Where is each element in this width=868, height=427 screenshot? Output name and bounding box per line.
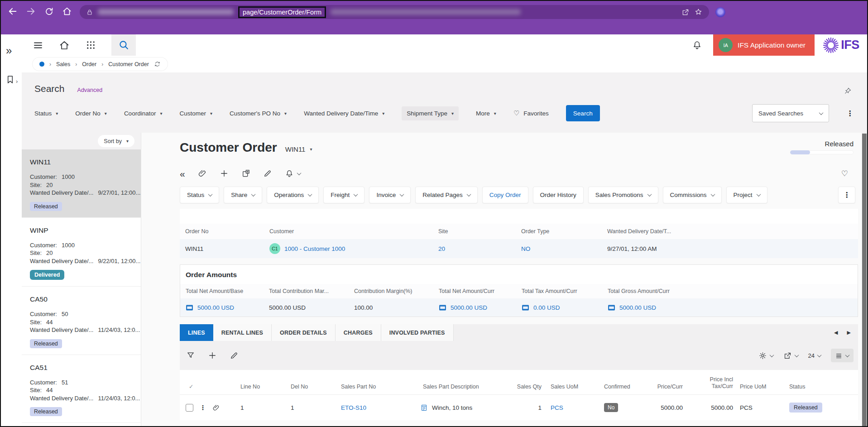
global-search-icon[interactable]: [111, 34, 136, 56]
filter-more[interactable]: More▾: [476, 110, 496, 117]
operations-button[interactable]: Operations: [267, 187, 319, 203]
browser-extension-icon[interactable]: [715, 7, 725, 17]
collapse-selector-icon[interactable]: «: [180, 169, 185, 178]
browser-home-icon[interactable]: [62, 6, 72, 17]
saved-searches-select[interactable]: Saved Searches: [752, 104, 829, 122]
scrollbar-thumb[interactable]: [862, 134, 867, 426]
new-record-plus-icon[interactable]: [220, 169, 229, 178]
related-pages-button[interactable]: Related Pages: [415, 187, 478, 203]
user-name: IFS Application owner: [738, 41, 806, 49]
attachments-paperclip-icon[interactable]: [198, 169, 207, 178]
favorites-button[interactable]: ♡Favorites: [513, 109, 549, 117]
vertical-scrollbar[interactable]: [862, 133, 867, 426]
notify-bell-dropdown[interactable]: [285, 169, 301, 178]
order-type-link[interactable]: NO: [521, 245, 607, 252]
app-header: IA IFS Application owner: [1, 34, 867, 56]
customer-link[interactable]: 1000 - Customer 1000: [284, 245, 345, 252]
commissions-button[interactable]: Commissions: [663, 187, 722, 203]
table-export[interactable]: [783, 351, 798, 360]
status-button[interactable]: Status: [180, 187, 219, 203]
duplicate-record-icon[interactable]: [241, 169, 250, 178]
tab-order-details[interactable]: ORDER DETAILS: [272, 324, 336, 341]
page-title: Customer Order: [180, 140, 277, 155]
bookmark-icon[interactable]: [5, 74, 15, 85]
favorite-heart-icon[interactable]: ♡: [841, 169, 848, 178]
filter-wanted-delivery-date[interactable]: Wanted Delivery Date/Time▾: [304, 110, 384, 117]
table-row[interactable]: ⋮ 1 1 ETO-S10 Winch, 10 tons 1 PCS No: [180, 395, 858, 420]
add-line-plus-icon[interactable]: [208, 351, 217, 360]
list-item-ca51[interactable]: CA51 Customer:51 Site:44 Wanted Delivery…: [21, 355, 141, 423]
share-button[interactable]: Share: [224, 187, 262, 203]
list-item-ca50[interactable]: CA50 Customer:50 Site:44 Wanted Delivery…: [21, 287, 141, 355]
tabs-scroll-left-icon[interactable]: ◀: [834, 330, 838, 336]
list-item-winp[interactable]: WINP Customer:1000 Site:20 Wanted Delive…: [21, 218, 141, 287]
filter-shipment-type[interactable]: Shipment Type▾: [402, 106, 459, 120]
breadcrumb-refresh-icon[interactable]: [154, 61, 161, 67]
chevron-down-icon: [710, 192, 715, 197]
cell-sales-part-no[interactable]: ETO-S10: [338, 404, 420, 411]
copy-order-button[interactable]: Copy Order: [482, 187, 528, 203]
tab-charges[interactable]: CHARGES: [336, 324, 381, 341]
select-all-check-icon[interactable]: ✓: [180, 383, 238, 390]
chevron-down-icon: [466, 192, 471, 197]
more-actions-kebab[interactable]: ⋮: [838, 187, 855, 203]
view-mode-toggle[interactable]: [831, 349, 854, 362]
breadcrumb-item-sales[interactable]: Sales: [56, 61, 70, 67]
tab-involved-parties[interactable]: INVOLVED PARTIES: [381, 324, 454, 341]
expand-panel-icon[interactable]: »: [6, 45, 12, 56]
sales-promotions-button[interactable]: Sales Promotions: [588, 187, 658, 203]
tabs-scroll-right-icon[interactable]: ▶: [847, 330, 851, 336]
record-id: WINP: [30, 226, 132, 235]
filter-customers-po-no[interactable]: Customer's PO No▾: [230, 110, 287, 117]
row-options-kebab[interactable]: ⋮: [200, 404, 206, 411]
breadcrumb-dot-icon[interactable]: [39, 62, 44, 67]
tab-rental-lines[interactable]: RENTAL LINES: [213, 324, 272, 341]
list-item-win11[interactable]: WIN11 Customer:1000 Site:20 Wanted Deliv…: [21, 149, 141, 218]
search-button[interactable]: Search: [566, 105, 600, 121]
breadcrumb-item-order[interactable]: Order: [82, 61, 96, 67]
edit-lines-pencil-icon[interactable]: [230, 351, 239, 360]
action-button-row: Status Share Operations Freight Invoice …: [180, 187, 858, 203]
edit-pencil-icon[interactable]: [263, 169, 272, 178]
heart-icon: ♡: [513, 109, 519, 117]
row-checkbox[interactable]: [186, 404, 193, 412]
share-page-icon[interactable]: [681, 8, 690, 16]
browser-forward-icon[interactable]: [25, 6, 36, 17]
browser-reload-icon[interactable]: [43, 6, 54, 17]
page-size-select[interactable]: 24: [808, 352, 821, 359]
filter-customer[interactable]: Customer▾: [179, 110, 212, 117]
advanced-search-link[interactable]: Advanced: [77, 87, 103, 93]
filter-coordinator[interactable]: Coordinator▾: [124, 110, 163, 117]
record-selector[interactable]: WIN11 ▾: [285, 145, 312, 153]
address-bar[interactable]: page/CustomerOrder/Form: [80, 5, 709, 19]
freight-button[interactable]: Freight: [323, 187, 364, 203]
cell-sales-uom[interactable]: PCS: [542, 404, 596, 411]
notifications-bell-icon[interactable]: [692, 40, 702, 50]
project-button[interactable]: Project: [726, 187, 767, 203]
sort-by-button[interactable]: Sort by ▾: [98, 135, 134, 147]
browser-back-icon[interactable]: [7, 6, 18, 17]
site-link[interactable]: 20: [438, 245, 521, 252]
row-attachment-paperclip-icon[interactable]: [212, 404, 220, 412]
home-icon[interactable]: [59, 40, 70, 51]
menu-hamburger-icon[interactable]: [33, 40, 43, 51]
record-id: CA50: [30, 295, 132, 303]
chevron-down-icon: [756, 192, 761, 197]
bookmark-star-icon[interactable]: [694, 8, 703, 16]
filter-funnel-icon[interactable]: [186, 351, 195, 360]
search-more-options-kebab[interactable]: ⋮: [846, 109, 854, 118]
breadcrumb-item-customer-order[interactable]: Customer Order: [108, 61, 149, 67]
caret-down-icon: ▾: [451, 111, 454, 116]
filter-status[interactable]: Status▾: [34, 110, 58, 117]
filter-order-no[interactable]: Order No▾: [75, 110, 107, 117]
order-history-button[interactable]: Order History: [533, 187, 584, 203]
invoice-button[interactable]: Invoice: [369, 187, 411, 203]
order-state-progress[interactable]: [790, 150, 854, 154]
table-settings-gear[interactable]: [758, 351, 773, 360]
rail-chevron-icon[interactable]: ›: [16, 78, 18, 85]
tab-lines[interactable]: LINES: [180, 324, 213, 341]
user-menu[interactable]: IA IFS Application owner: [713, 34, 815, 56]
app-grid-icon[interactable]: [85, 40, 96, 51]
caret-down-icon: ▾: [494, 111, 496, 116]
pin-panel-icon[interactable]: [844, 87, 852, 95]
